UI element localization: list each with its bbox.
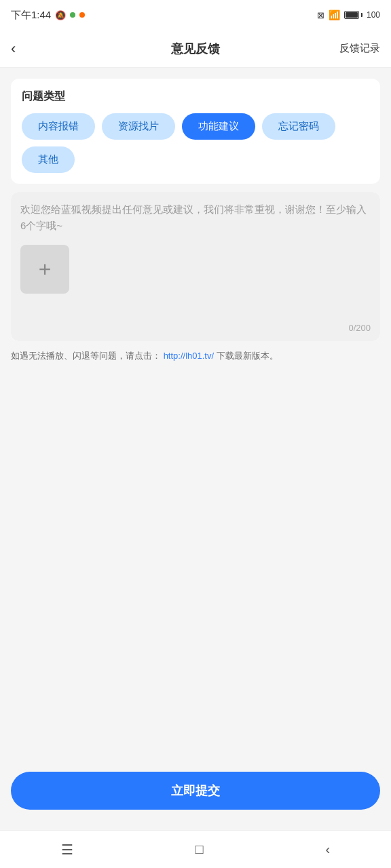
plus-icon: + [39, 258, 52, 280]
wifi-icon: 📶 [329, 9, 340, 20]
feedback-textarea-wrap[interactable]: 欢迎您给蓝狐视频提出任何意见或建议，我们将非常重视，谢谢您！至少输入6个字哦~ … [11, 192, 380, 341]
tag-other[interactable]: 其他 [22, 146, 75, 173]
char-count: 0/200 [348, 323, 371, 333]
feedback-input-card: 欢迎您给蓝狐视频提出任何意见或建议，我们将非常重视，谢谢您！至少输入6个字哦~ … [11, 192, 380, 341]
page-title: 意见反馈 [171, 41, 220, 57]
app-bar: ‹ 意见反馈 反馈记录 [0, 30, 391, 68]
time-text: 下午1:44 [11, 9, 51, 22]
screenshot-icon: ⊠ [317, 10, 324, 20]
nav-back-icon[interactable]: ‹ [309, 836, 346, 863]
notice-prefix: 如遇无法播放、闪退等问题，请点击： [11, 351, 161, 361]
problem-type-card: 问题类型 内容报错 资源找片 功能建议 忘记密码 其他 [11, 79, 380, 184]
nav-menu-icon[interactable]: ☰ [45, 836, 90, 863]
green-dot-icon [70, 12, 75, 18]
feedback-placeholder: 欢迎您给蓝狐视频提出任何意见或建议，我们将非常重视，谢谢您！至少输入6个字哦~ [20, 201, 371, 234]
feedback-history-button[interactable]: 反馈记录 [339, 42, 380, 55]
orange-dot-icon [79, 12, 85, 18]
bottom-nav: ☰ □ ‹ [0, 830, 391, 868]
status-bar: 下午1:44 🔕 ⊠ 📶 100 [0, 0, 391, 30]
tags-container: 内容报错 资源找片 功能建议 忘记密码 其他 [22, 113, 369, 173]
status-time: 下午1:44 🔕 [11, 9, 85, 22]
tag-feature-suggest[interactable]: 功能建议 [182, 113, 255, 140]
notice-link[interactable]: http://lh01.tv/ [164, 351, 214, 361]
tag-content-error[interactable]: 内容报错 [22, 113, 95, 140]
problem-type-title: 问题类型 [22, 90, 369, 104]
main-content: 问题类型 内容报错 资源找片 功能建议 忘记密码 其他 欢迎您给蓝狐视频提出任何… [0, 68, 391, 765]
battery-indicator [344, 11, 362, 19]
status-icons: ⊠ 📶 100 [317, 9, 380, 20]
submit-button[interactable]: 立即提交 [11, 772, 380, 810]
battery-text: 100 [367, 10, 380, 20]
tag-resource-find[interactable]: 资源找片 [102, 113, 175, 140]
notice-text: 如遇无法播放、闪退等问题，请点击： http://lh01.tv/ 下载最新版本… [11, 349, 380, 363]
add-image-button[interactable]: + [20, 245, 69, 294]
notice-suffix: 下载最新版本。 [217, 351, 278, 361]
submit-area: 立即提交 [0, 765, 391, 830]
back-button[interactable]: ‹ [11, 37, 21, 60]
nav-home-icon[interactable]: □ [179, 836, 220, 863]
tag-forgot-password[interactable]: 忘记密码 [262, 113, 335, 140]
mute-icon: 🔕 [55, 10, 66, 20]
